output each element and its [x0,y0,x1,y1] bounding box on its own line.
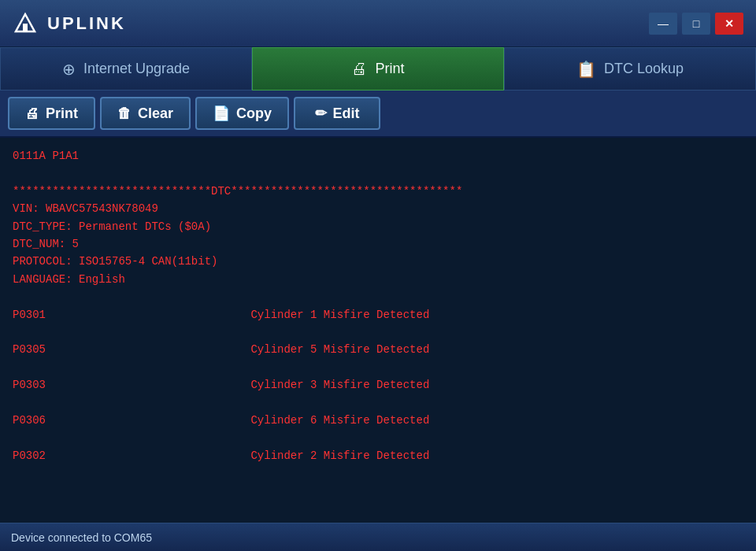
titlebar: UPLINK — □ ✕ [0,0,756,47]
svg-rect-1 [23,24,28,31]
minimize-button[interactable]: — [649,13,677,35]
titlebar-left: UPLINK [13,11,126,36]
print-button-label: Print [46,105,78,122]
empty-line-1 [13,165,743,182]
content-area: 0111A P1A1 *****************************… [0,138,756,526]
app-title: UPLINK [47,13,126,34]
copy-button[interactable]: 📄 Copy [195,97,289,130]
dtc-item-3: P0306 Cylinder 6 Misfire Detected [13,412,743,429]
content-vin: VIN: WBAVC57543NK78049 [13,200,743,217]
empty-line-2 [13,288,743,305]
tab-internet-upgrade[interactable]: ⊕ Internet Upgrade [0,47,252,91]
empty-line-5 [13,394,743,411]
empty-line-4 [13,359,743,376]
toolbar: 🖨 Print 🗑 Clear 📄 Copy ✏ Edit [0,91,756,138]
clear-button-label: Clear [138,105,173,122]
dtc-item-2: P0303 Cylinder 3 Misfire Detected [13,376,743,394]
tab-dtc-lookup-label: DTC Lookup [604,61,684,77]
edit-icon: ✏ [315,105,327,122]
edit-button[interactable]: ✏ Edit [294,97,380,130]
edit-button-label: Edit [333,105,360,122]
dtc-item-1: P0305 Cylinder 5 Misfire Detected [13,341,743,358]
maximize-button[interactable]: □ [682,13,710,35]
print-button[interactable]: 🖨 Print [8,97,95,130]
dtc-text-display[interactable]: 0111A P1A1 *****************************… [0,138,756,526]
print-icon: 🖨 [25,105,39,122]
dtc-lookup-icon: 📋 [576,60,596,79]
internet-upgrade-icon: ⊕ [62,60,76,79]
dtc-item-0: P0301 Cylinder 1 Misfire Detected [13,306,743,324]
dtc-item-4: P0302 Cylinder 2 Misfire Detected [13,447,743,464]
status-text: Device connected to COM65 [11,531,152,544]
copy-icon: 📄 [213,105,230,122]
content-dtc-num: DTC_NUM: 5 [13,235,743,253]
copy-button-label: Copy [236,105,272,122]
empty-line-3 [13,324,743,341]
empty-line-6 [13,429,743,446]
clear-icon: 🗑 [117,105,132,122]
content-separator: ******************************DTC*******… [13,183,743,200]
print-tab-icon: 🖨 [351,60,367,78]
content-language: LANGUAGE: English [13,271,743,288]
uplink-logo-icon [13,11,38,36]
tab-print[interactable]: 🖨 Print [252,47,504,91]
content-line1: 0111A P1A1 [13,147,743,165]
tab-dtc-lookup[interactable]: 📋 DTC Lookup [504,47,756,91]
content-dtc-type: DTC_TYPE: Permanent DTCs ($0A) [13,218,743,235]
close-button[interactable]: ✕ [715,13,743,35]
statusbar: Device connected to COM65 [0,523,756,551]
tab-internet-upgrade-label: Internet Upgrade [83,61,190,77]
window-controls: — □ ✕ [649,13,743,35]
clear-button[interactable]: 🗑 Clear [100,97,191,130]
tab-bar: ⊕ Internet Upgrade 🖨 Print 📋 DTC Lookup [0,47,756,91]
content-protocol: PROTOCOL: ISO15765-4 CAN(11bit) [13,253,743,270]
tab-print-label: Print [375,61,404,77]
